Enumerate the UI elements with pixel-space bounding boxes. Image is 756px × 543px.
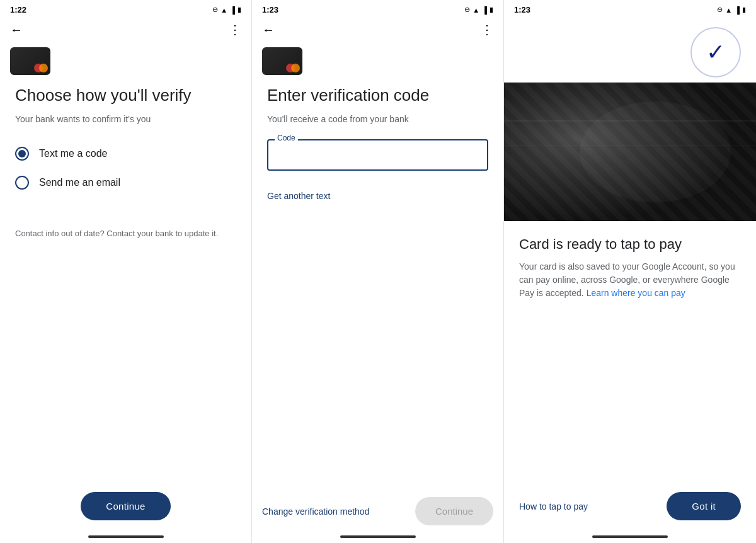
wifi-icon-2: ▲ xyxy=(472,6,479,14)
status-icons-1: ⊖ ▲ ▐ ▮ xyxy=(212,6,241,14)
panel3-title: Card is ready to tap to pay xyxy=(519,236,741,253)
dnd-icon-3: ⊖ xyxy=(717,6,723,14)
card-thumbnail-2 xyxy=(262,47,302,75)
card-thumbnail-1 xyxy=(10,47,50,75)
home-indicator-1 xyxy=(88,535,164,538)
time-2: 1:23 xyxy=(262,5,278,14)
svg-rect-2 xyxy=(504,146,756,146)
code-input[interactable] xyxy=(267,139,488,171)
status-bar-1: 1:22 ⊖ ▲ ▐ ▮ xyxy=(0,0,251,17)
wifi-icon-3: ▲ xyxy=(725,6,732,14)
battery-icon-3: ▮ xyxy=(742,6,746,14)
back-button-1[interactable]: ← xyxy=(10,23,23,37)
panel2-subtitle: You'll receive a code from your bank xyxy=(267,114,488,124)
signal-icon-3: ▐ xyxy=(735,6,740,14)
learn-link[interactable]: Learn where you can pay xyxy=(587,288,685,298)
wifi-icon: ▲ xyxy=(220,6,227,14)
menu-button-1[interactable]: ⋮ xyxy=(229,22,241,37)
option-email-label: Send me an email xyxy=(39,177,120,188)
battery-icon-2: ▮ xyxy=(490,6,493,14)
dnd-icon-2: ⊖ xyxy=(464,6,470,14)
panel1-title: Choose how you'll verify xyxy=(15,85,236,106)
panel1: 1:22 ⊖ ▲ ▐ ▮ ← ⋮ Choose how you'll verif… xyxy=(0,0,252,543)
menu-button-2[interactable]: ⋮ xyxy=(481,22,493,37)
time-1: 1:22 xyxy=(10,5,26,14)
panel3-content: Card is ready to tap to pay Your card is… xyxy=(504,221,756,367)
home-indicator-3 xyxy=(592,535,668,538)
signal-icon-2: ▐ xyxy=(482,6,487,14)
status-icons-2: ⊖ ▲ ▐ ▮ xyxy=(464,6,493,14)
svg-point-3 xyxy=(580,101,731,202)
mastercard-circle-orange-2 xyxy=(291,64,300,72)
status-icons-3: ⊖ ▲ ▐ ▮ xyxy=(717,6,746,14)
radio-email[interactable] xyxy=(15,176,29,190)
panel3-description: Your card is also saved to your Google A… xyxy=(519,260,741,300)
panel3-footer: How to tap to pay Got it xyxy=(504,482,756,535)
panel1-footer: Continue xyxy=(0,482,251,535)
code-input-label: Code xyxy=(275,134,298,142)
back-button-2[interactable]: ← xyxy=(262,23,275,37)
time-3: 1:23 xyxy=(514,5,530,14)
panel3: 1:23 ⊖ ▲ ▐ ▮ ✓ xyxy=(504,0,756,543)
panel2: 1:23 ⊖ ▲ ▐ ▮ ← ⋮ Enter verification code… xyxy=(252,0,504,543)
option-email[interactable]: Send me an email xyxy=(15,168,236,197)
continue-button-2[interactable]: Continue xyxy=(415,497,493,525)
option-text-code-label: Text me a code xyxy=(39,148,108,159)
panel2-footer: Change verification method Continue xyxy=(252,492,503,535)
panel1-subtitle: Your bank wants to confirm it's you xyxy=(15,114,236,124)
contact-info-text: Contact info out of date? Contact your b… xyxy=(15,227,236,240)
status-bar-3: 1:23 ⊖ ▲ ▐ ▮ xyxy=(504,0,756,17)
svg-rect-1 xyxy=(504,120,756,122)
svg-rect-0 xyxy=(504,83,756,221)
how-to-tap-button[interactable]: How to tap to pay xyxy=(519,501,588,512)
option-text-code[interactable]: Text me a code xyxy=(15,139,236,168)
panel2-content: Enter verification code You'll receive a… xyxy=(252,80,503,291)
success-circle: ✓ xyxy=(690,27,741,77)
battery-icon: ▮ xyxy=(238,6,241,14)
card-svg xyxy=(504,83,756,221)
panel2-title: Enter verification code xyxy=(267,85,488,106)
status-bar-2: 1:23 ⊖ ▲ ▐ ▮ xyxy=(252,0,503,17)
nav-bar-1: ← ⋮ xyxy=(0,17,251,42)
panel1-content: Choose how you'll verify Your bank wants… xyxy=(0,80,251,482)
radio-text-code[interactable] xyxy=(15,147,29,161)
home-indicator-2 xyxy=(340,535,416,538)
nav-bar-2: ← ⋮ xyxy=(252,17,503,42)
card-image xyxy=(504,83,756,221)
got-it-button[interactable]: Got it xyxy=(667,492,741,520)
dnd-icon: ⊖ xyxy=(212,6,218,14)
signal-icon: ▐ xyxy=(230,6,235,14)
mastercard-circle-orange xyxy=(39,64,48,72)
change-verification-button[interactable]: Change verification method xyxy=(262,501,369,522)
get-another-text-button[interactable]: Get another text xyxy=(267,186,330,206)
code-input-wrapper: Code xyxy=(267,139,488,171)
success-check-container: ✓ xyxy=(504,17,756,83)
continue-button-1[interactable]: Continue xyxy=(81,492,170,520)
checkmark-icon: ✓ xyxy=(706,39,725,66)
